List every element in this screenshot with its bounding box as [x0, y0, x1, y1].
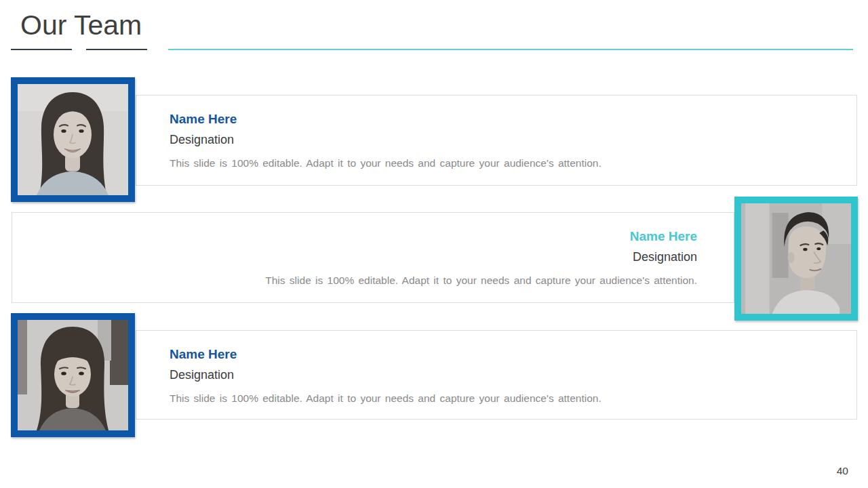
woman-long-dark-hair-portrait-image [18, 84, 128, 195]
presentation-slide: Our Team Name Here Designation This slid… [0, 0, 868, 488]
page-number: 40 [837, 465, 848, 477]
member-1-designation: Designation [170, 133, 843, 148]
member-1-name: Name Here [170, 111, 843, 127]
woman-bangs-portrait-image [18, 320, 128, 430]
member-2-designation: Designation [26, 250, 697, 265]
member-3-name: Name Here [170, 346, 843, 362]
team-member-card-1: Name Here Designation This slide is 100%… [136, 95, 857, 186]
title-underline-cyan-rule [168, 49, 853, 50]
page-title: Our Team [20, 9, 142, 41]
member-2-photo [734, 197, 858, 321]
member-1-text-block: Name Here Designation This slide is 100%… [136, 96, 856, 185]
member-3-photo [11, 313, 135, 437]
man-short-hair-portrait-image [741, 203, 851, 314]
team-member-card-3: Name Here Designation This slide is 100%… [136, 330, 857, 420]
member-2-description: This slide is 100% editable. Adapt it to… [26, 274, 697, 287]
title-underline-dark-segment-1 [11, 49, 72, 50]
title-underline-dark-segment-2 [86, 49, 147, 50]
member-1-photo [11, 77, 135, 202]
member-2-name: Name Here [26, 228, 697, 244]
member-2-text-block: Name Here Designation This slide is 100%… [12, 213, 734, 302]
member-1-description: This slide is 100% editable. Adapt it to… [170, 157, 843, 169]
team-member-card-2: Name Here Designation This slide is 100%… [12, 212, 734, 303]
member-3-description: This slide is 100% editable. Adapt it to… [170, 392, 843, 405]
member-3-text-block: Name Here Designation This slide is 100%… [136, 331, 856, 419]
member-3-designation: Designation [170, 368, 843, 383]
